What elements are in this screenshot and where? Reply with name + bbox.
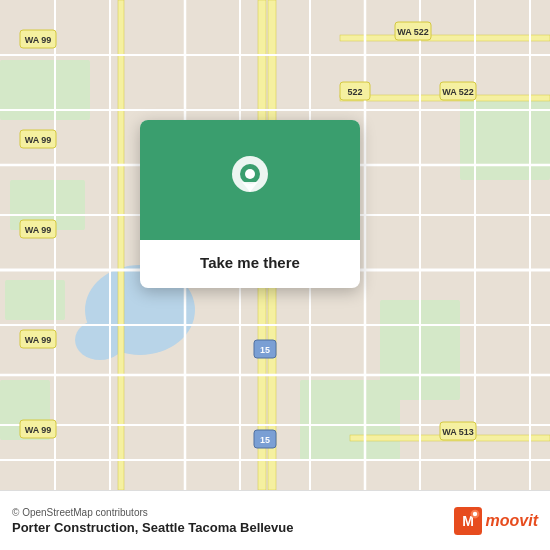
- map-container: WA 99 WA 99 WA 99 WA 99 WA 99 WA 522 WA …: [0, 0, 550, 490]
- take-me-there-button[interactable]: Take me there: [200, 254, 300, 271]
- svg-text:WA 99: WA 99: [25, 35, 52, 45]
- svg-text:WA 99: WA 99: [25, 225, 52, 235]
- svg-text:522: 522: [347, 87, 362, 97]
- svg-rect-10: [460, 100, 550, 180]
- svg-text:15: 15: [260, 345, 270, 355]
- osm-credit: © OpenStreetMap contributors: [12, 507, 294, 518]
- bottom-bar: © OpenStreetMap contributors Porter Cons…: [0, 490, 550, 550]
- svg-text:WA 99: WA 99: [25, 135, 52, 145]
- card-action-area[interactable]: Take me there: [140, 240, 360, 288]
- svg-text:WA 99: WA 99: [25, 335, 52, 345]
- bottom-left-info: © OpenStreetMap contributors Porter Cons…: [12, 507, 294, 535]
- card-map-top: [140, 120, 360, 240]
- location-name: Porter Construction, Seattle Tacoma Bell…: [12, 520, 294, 535]
- location-pin-icon: [230, 156, 270, 204]
- moovit-logo: M moovit: [454, 507, 538, 535]
- moovit-brand-icon: M: [454, 507, 482, 535]
- svg-rect-15: [340, 35, 550, 41]
- svg-text:WA 522: WA 522: [397, 27, 429, 37]
- svg-text:WA 522: WA 522: [442, 87, 474, 97]
- overlay-card: Take me there: [140, 120, 360, 288]
- svg-text:WA 513: WA 513: [442, 427, 474, 437]
- svg-point-65: [472, 511, 476, 515]
- svg-text:WA 99: WA 99: [25, 425, 52, 435]
- svg-text:15: 15: [260, 435, 270, 445]
- moovit-text: moovit: [486, 512, 538, 530]
- svg-rect-11: [300, 380, 400, 460]
- svg-rect-14: [118, 0, 124, 490]
- svg-point-60: [245, 169, 255, 179]
